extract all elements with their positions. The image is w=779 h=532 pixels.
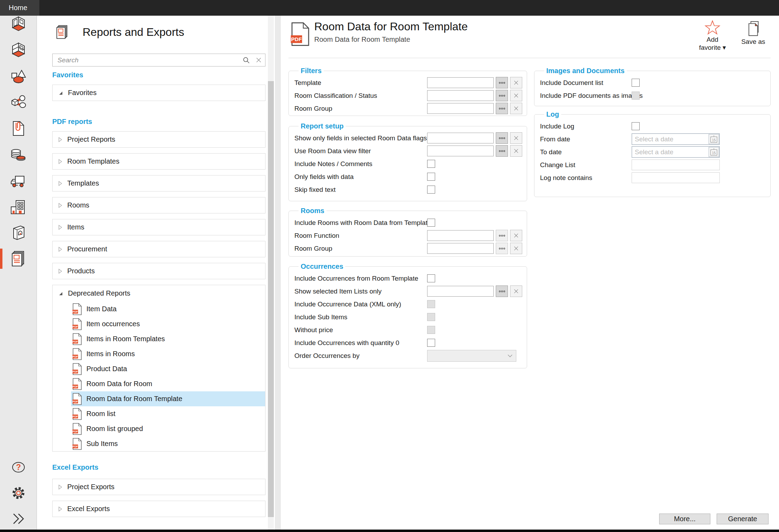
tree-item-product-data[interactable]: PDF Product Data bbox=[71, 361, 265, 376]
star-icon bbox=[704, 20, 720, 36]
generate-button[interactable]: Generate bbox=[717, 514, 769, 524]
save-as-icon bbox=[745, 20, 762, 38]
browse-button-disabled[interactable] bbox=[496, 243, 508, 254]
tree-group-header[interactable]: Deprecated Reports bbox=[53, 285, 265, 302]
clear-button[interactable] bbox=[510, 285, 522, 297]
browse-button[interactable] bbox=[496, 285, 508, 297]
items-icon[interactable] bbox=[9, 68, 28, 86]
expander-collapsed-icon[interactable] bbox=[58, 268, 62, 274]
finance-icon[interactable] bbox=[9, 146, 28, 164]
rooms-room-group-input[interactable] bbox=[427, 243, 494, 254]
pdf-file-icon: PDF bbox=[72, 363, 82, 375]
add-favorite-button[interactable]: Add favorite ▾ bbox=[696, 20, 729, 52]
logistics-icon[interactable] bbox=[9, 172, 28, 190]
tree-group-templates[interactable]: Templates bbox=[52, 175, 265, 191]
tree-group-project-exports[interactable]: Project Exports bbox=[52, 479, 265, 495]
expander-collapsed-icon[interactable] bbox=[58, 159, 62, 164]
tree-group-room-templates[interactable]: Room Templates bbox=[52, 153, 265, 170]
room-data-flags-input[interactable] bbox=[427, 133, 494, 143]
clear-button[interactable] bbox=[510, 243, 522, 254]
expander-collapsed-icon[interactable] bbox=[58, 225, 62, 230]
save-as-button[interactable]: Save as bbox=[736, 20, 771, 46]
panel-divider[interactable] bbox=[275, 16, 281, 530]
search-input[interactable] bbox=[57, 56, 237, 64]
tree-group-procurement[interactable]: Procurement bbox=[52, 241, 265, 257]
catalog-icon[interactable] bbox=[9, 224, 28, 242]
template-input[interactable] bbox=[427, 77, 494, 88]
documents-icon[interactable] bbox=[9, 119, 28, 138]
expander-collapsed-icon[interactable] bbox=[58, 137, 62, 142]
tree-group-rooms[interactable]: Rooms bbox=[52, 197, 265, 213]
calendar-button[interactable]: 15 bbox=[709, 134, 719, 144]
expander-collapsed-icon[interactable] bbox=[58, 484, 62, 490]
room-classification-input[interactable] bbox=[427, 90, 494, 101]
expander-collapsed-icon[interactable] bbox=[58, 247, 62, 252]
expander-collapsed-icon[interactable] bbox=[58, 181, 62, 186]
room-data-view-filter-input[interactable] bbox=[427, 146, 494, 156]
panel-scrollbar-thumb[interactable] bbox=[268, 81, 274, 517]
tree-group-label: Templates bbox=[67, 179, 99, 187]
help-icon[interactable]: ? bbox=[9, 458, 28, 476]
tree-item-item-data[interactable]: PDF Item Data bbox=[71, 302, 265, 316]
tree-group-project-reports[interactable]: Project Reports bbox=[52, 131, 265, 148]
panel-title: Reports and Exports bbox=[83, 26, 184, 39]
item-lists-input[interactable] bbox=[427, 286, 494, 297]
building-icon[interactable] bbox=[9, 198, 28, 216]
expander-collapsed-icon[interactable] bbox=[58, 203, 62, 208]
include-log-checkbox[interactable] bbox=[632, 122, 640, 130]
occurrences-icon[interactable] bbox=[9, 94, 28, 112]
tree-group-items[interactable]: Items bbox=[52, 219, 265, 235]
skip-fixed-text-checkbox[interactable] bbox=[427, 186, 435, 194]
browse-button[interactable] bbox=[496, 145, 508, 157]
include-occurrences-from-template-checkbox[interactable] bbox=[427, 274, 435, 282]
room-template-icon[interactable] bbox=[9, 41, 28, 60]
tree-item-items-in-rooms[interactable]: PDF Items in Rooms bbox=[71, 346, 265, 361]
tree-item-room-data-for-room[interactable]: PDF Room Data for Room bbox=[71, 376, 265, 391]
room-function-input[interactable] bbox=[427, 230, 494, 241]
include-document-list-checkbox[interactable] bbox=[632, 79, 640, 87]
clear-button[interactable] bbox=[510, 103, 522, 114]
expander-expanded-icon[interactable] bbox=[58, 291, 63, 296]
only-fields-with-data-checkbox[interactable] bbox=[427, 173, 435, 181]
browse-button[interactable] bbox=[496, 77, 508, 88]
clear-button[interactable] bbox=[510, 132, 522, 144]
log-note-contains-input[interactable] bbox=[632, 172, 720, 183]
change-list-input[interactable] bbox=[632, 159, 720, 170]
room-group-input[interactable] bbox=[427, 103, 494, 114]
tree-group-excel-exports[interactable]: Excel Exports bbox=[52, 501, 265, 517]
field-label: Include Rooms with Room Data from Templa… bbox=[294, 219, 427, 227]
browse-button-disabled[interactable] bbox=[496, 230, 508, 241]
to-date-picker[interactable]: Select a date 15 bbox=[632, 146, 720, 158]
browse-button[interactable] bbox=[496, 90, 508, 101]
include-notes-checkbox[interactable] bbox=[427, 160, 435, 168]
expander-expanded-icon[interactable] bbox=[58, 91, 63, 95]
clear-search-icon[interactable] bbox=[256, 57, 262, 63]
clear-button[interactable] bbox=[510, 77, 522, 88]
from-date-picker[interactable]: Select a date 15 bbox=[632, 133, 720, 145]
calendar-button[interactable]: 15 bbox=[709, 147, 719, 157]
tree-item-sub-items[interactable]: PDF Sub Items bbox=[71, 436, 265, 451]
tree-item-item-occurrences[interactable]: PDF Item occurrences bbox=[71, 316, 265, 331]
expand-sidebar-icon[interactable] bbox=[9, 510, 28, 528]
search-icon[interactable] bbox=[242, 56, 250, 64]
tree-item-room-list-grouped[interactable]: PDF Room list grouped bbox=[71, 421, 265, 436]
browse-button[interactable] bbox=[496, 103, 508, 114]
include-quantity-zero-checkbox[interactable] bbox=[427, 339, 435, 347]
tree-group-products[interactable]: Products bbox=[52, 263, 265, 279]
clear-button[interactable] bbox=[510, 90, 522, 101]
settings-icon[interactable] bbox=[9, 484, 28, 502]
browse-button[interactable] bbox=[496, 132, 508, 144]
tree-item-items-in-room-templates[interactable]: PDF Items in Room Templates bbox=[71, 331, 265, 346]
clear-button[interactable] bbox=[510, 230, 522, 241]
more-button[interactable]: More... bbox=[659, 514, 710, 524]
tree-group-favorites[interactable]: Favorites bbox=[52, 85, 265, 101]
room-icon[interactable] bbox=[9, 15, 28, 33]
tree-item-room-list[interactable]: PDF Room list bbox=[71, 406, 265, 421]
reports-icon[interactable] bbox=[9, 250, 28, 268]
expander-collapsed-icon[interactable] bbox=[58, 506, 62, 512]
tab-home[interactable]: Home bbox=[0, 0, 39, 16]
clear-button[interactable] bbox=[510, 145, 522, 157]
include-rooms-from-template-checkbox[interactable] bbox=[427, 219, 435, 227]
images-documents-fieldset: Images and Documents Include Document li… bbox=[534, 67, 771, 106]
tree-item-room-data-for-room-template-selected[interactable]: PDF Room Data for Room Template bbox=[71, 391, 265, 406]
